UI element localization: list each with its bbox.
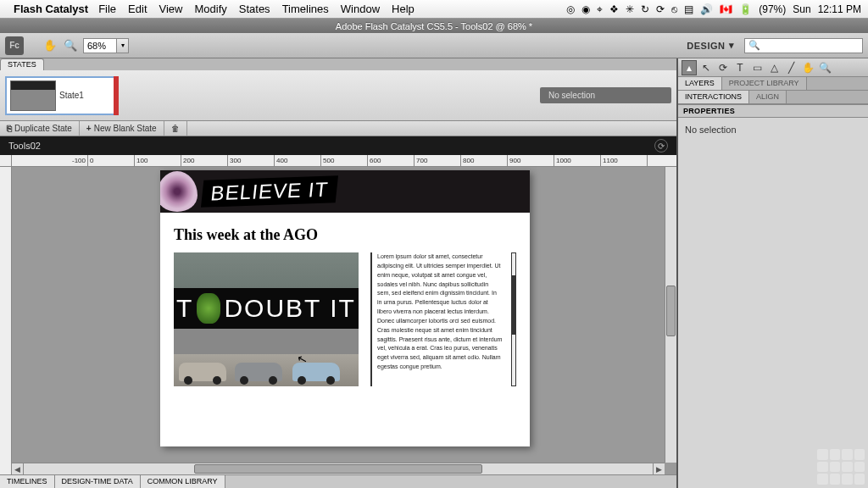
clock-day[interactable]: Sun [793, 3, 810, 15]
states-tab[interactable]: STATES [0, 58, 44, 70]
workspace-label: DESIGN [687, 41, 725, 51]
status-icon[interactable]: ◉ [581, 3, 590, 15]
tab-align[interactable]: ALIGN [749, 91, 787, 103]
search-icon: 🔍 [748, 40, 760, 51]
text-scrollbar[interactable] [511, 252, 516, 386]
status-icon[interactable]: ↻ [641, 3, 649, 15]
no-selection-label: No selection [685, 125, 737, 135]
artboard-body-text: Lorem ipsum dolor sit amet, consectetur … [377, 252, 506, 386]
scroll-right-icon[interactable]: ▶ [653, 463, 665, 474]
tab-project-library[interactable]: PROJECT LIBRARY [722, 77, 807, 90]
canvas-vertical-scrollbar[interactable] [665, 167, 676, 463]
face-graphic [197, 293, 220, 324]
brand-logo: BELIEVE IT [201, 175, 338, 207]
menu-file[interactable]: File [98, 3, 116, 15]
rectangle-tool-icon[interactable]: ▭ [749, 60, 765, 75]
states-actions: ⎘Duplicate State +New Blank State 🗑 [0, 121, 676, 136]
grid-widget[interactable] [817, 449, 865, 485]
battery-icon[interactable]: 🔋 [739, 3, 752, 15]
text-tool-icon[interactable]: T [732, 60, 748, 75]
trash-icon: 🗑 [171, 124, 180, 133]
menu-edit[interactable]: Edit [128, 3, 147, 15]
search-input[interactable] [763, 41, 859, 51]
tab-layers[interactable]: LAYERS [678, 77, 722, 90]
banner-graphic: TT DOUBT ITDOUBT IT [174, 288, 359, 329]
tab-interactions[interactable]: INTERACTIONS [678, 91, 749, 103]
duplicate-icon: ⎘ [7, 124, 12, 133]
ruler-tick: 400 [275, 155, 321, 166]
menu-help[interactable]: Help [392, 3, 415, 15]
search-box[interactable]: 🔍 [744, 38, 863, 53]
ruler-tick: 1100 [601, 155, 648, 166]
ruler-tick: -100 [12, 155, 88, 166]
line-tool-icon[interactable]: ╱ [783, 60, 798, 75]
fc-logo[interactable]: Fc [5, 36, 24, 55]
status-icon[interactable]: ✳ [626, 3, 634, 15]
status-icon[interactable]: ❖ [609, 3, 619, 15]
scrollbar-thumb[interactable] [194, 464, 482, 474]
zoom-dropdown-icon[interactable]: ▾ [116, 39, 128, 53]
menu-modify[interactable]: Modify [194, 3, 226, 15]
artboard[interactable]: BELIEVE IT This week at the AGO TT DOUBT… [160, 170, 530, 446]
refresh-icon[interactable]: ⟳ [654, 139, 668, 152]
ruler-tick: 600 [368, 155, 415, 166]
workspace-switcher[interactable]: DESIGN ▾ [682, 40, 739, 51]
artboard-image: TT DOUBT ITDOUBT IT ↖ [174, 252, 359, 386]
scrollbar-thumb[interactable] [511, 275, 516, 335]
bottom-panel-tabs: TIMELINES DESIGN-TIME DATA COMMON LIBRAR… [0, 474, 676, 488]
canvas-viewport[interactable]: BELIEVE IT This week at the AGO TT DOUBT… [12, 167, 676, 474]
mac-menubar: Flash Catalyst File Edit View Modify Sta… [0, 0, 868, 19]
car-graphic [292, 363, 340, 381]
app-toolbar: Fc ✋ 🔍 ▾ DESIGN ▾ 🔍 [0, 33, 868, 58]
menu-window[interactable]: Window [341, 3, 380, 15]
car-graphic [235, 363, 282, 381]
zoom-level-input[interactable]: ▾ [83, 38, 129, 53]
flag-icon[interactable]: 🇨🇦 [720, 3, 732, 15]
hand-tool-icon[interactable]: ✋ [42, 38, 58, 53]
duplicate-state-button[interactable]: ⎘Duplicate State [0, 121, 80, 136]
hand-tool-icon[interactable]: ✋ [800, 60, 815, 75]
canvas-horizontal-scrollbar[interactable]: ◀ ▶ [12, 463, 665, 474]
triangle-tool-icon[interactable]: △ [766, 60, 782, 75]
selection-tool-icon[interactable]: ▴ [682, 60, 697, 75]
new-blank-state-label: New Blank State [94, 124, 157, 133]
properties-body: No selection [678, 118, 868, 488]
zoom-tool-icon[interactable]: 🔍 [817, 60, 832, 75]
status-icon[interactable]: ⌖ [597, 3, 603, 15]
new-blank-state-button[interactable]: +New Blank State [80, 121, 164, 136]
scrollbar-thumb[interactable] [666, 286, 676, 336]
ruler-tick: 500 [321, 155, 368, 166]
volume-icon[interactable]: 🔊 [700, 3, 713, 15]
tab-design-time-data[interactable]: DESIGN-TIME DATA [55, 475, 141, 488]
zoom-value[interactable] [84, 39, 116, 53]
scroll-left-icon[interactable]: ◀ [12, 463, 24, 474]
text-divider [370, 252, 372, 386]
app-name[interactable]: Flash Catalyst [14, 3, 88, 15]
delete-state-button[interactable]: 🗑 [164, 121, 187, 136]
tab-common-library[interactable]: COMMON LIBRARY [141, 475, 225, 488]
zoom-tool-icon[interactable]: 🔍 [63, 38, 78, 53]
transform-tool-icon[interactable]: ⟳ [715, 60, 731, 75]
eye-graphic [160, 171, 198, 212]
canvas-area: BELIEVE IT This week at the AGO TT DOUBT… [0, 167, 676, 474]
status-icon[interactable]: ◎ [566, 3, 575, 15]
status-icon[interactable]: ⎋ [671, 3, 677, 15]
selection-indicator: No selection [540, 87, 671, 103]
panel-tabs-1: LAYERS PROJECT LIBRARY [678, 77, 868, 91]
status-icon[interactable]: ⟳ [656, 3, 665, 15]
menu-view[interactable]: View [159, 3, 183, 15]
wifi-icon[interactable]: ▤ [684, 3, 693, 15]
document-tab[interactable]: Tools02 [8, 141, 41, 151]
document-tabbar: Tools02 ⟳ [0, 136, 676, 155]
car-graphic [179, 363, 226, 381]
artboard-header: BELIEVE IT [160, 170, 530, 213]
direct-select-tool-icon[interactable]: ↖ [698, 60, 714, 75]
menu-timelines[interactable]: Timelines [282, 3, 329, 15]
state-thumbnail[interactable]: State1 [5, 76, 115, 115]
ruler-tick: 1000 [554, 155, 601, 166]
state-marker [114, 76, 119, 115]
clock-time[interactable]: 12:11 PM [818, 3, 861, 15]
properties-header[interactable]: PROPERTIES [678, 104, 868, 118]
tab-timelines[interactable]: TIMELINES [0, 475, 55, 488]
menu-states[interactable]: States [239, 3, 270, 15]
